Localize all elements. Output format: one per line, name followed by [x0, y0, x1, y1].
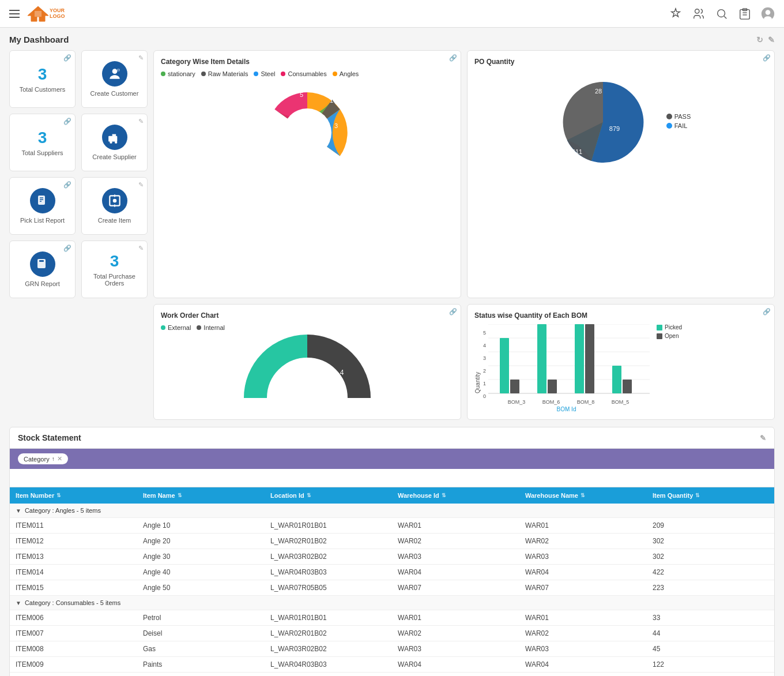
svg-line-4: [724, 16, 726, 18]
bottom-charts-row: Work Order Chart 🔗 External Internal: [9, 304, 775, 420]
svg-point-2: [695, 9, 699, 13]
purchase-orders-number: 3: [110, 252, 119, 271]
legend-rawmaterials: Raw Materials: [201, 70, 248, 77]
topnav-right: [669, 7, 775, 21]
po-dot-pass: [666, 114, 672, 119]
svg-point-27: [112, 199, 116, 203]
td-warehouse-id: WAR03: [392, 641, 519, 656]
avatar[interactable]: [761, 7, 775, 21]
stock-edit-icon[interactable]: ✎: [760, 434, 766, 442]
bom-x-axis-title: BOM Id: [483, 406, 650, 412]
expand-icon-angles[interactable]: ▼: [16, 508, 21, 514]
total-purchase-orders-card[interactable]: ✎ 3 Total Purchase Orders: [81, 241, 148, 298]
td-item-name: Kerosene: [137, 673, 265, 676]
td-quantity: 422: [647, 565, 774, 580]
create-customer-card[interactable]: ✎ Create Customer: [81, 50, 148, 108]
bom-label-open: Open: [665, 333, 679, 339]
close-filter-icon[interactable]: ✕: [57, 455, 62, 463]
create-supplier-card[interactable]: ✎ Create Supplier: [81, 114, 148, 171]
users-icon[interactable]: [692, 7, 706, 21]
th-location-id[interactable]: Location Id ⇅: [265, 487, 392, 504]
logo: YOURLOGO: [27, 5, 65, 22]
create-item-label: Create Item: [98, 217, 131, 224]
expand-icon-consumables[interactable]: ▼: [16, 600, 21, 606]
td-item-name: Angle 10: [137, 518, 265, 533]
td-item-number: ITEM013: [10, 549, 137, 564]
td-warehouse-id: WAR01: [392, 610, 519, 625]
td-warehouse-name: WAR01: [519, 518, 647, 533]
svg-text:4: 4: [340, 369, 344, 377]
category-consumables-label: Category : Consumables - 5 items: [25, 599, 120, 606]
td-quantity: 33: [647, 610, 774, 625]
sort-icon: ↑: [52, 456, 55, 462]
work-order-chart-panel: Work Order Chart 🔗 External Internal: [153, 304, 461, 420]
label-external: External: [168, 324, 191, 331]
svg-point-24: [110, 141, 112, 144]
svg-rect-1: [35, 11, 42, 17]
total-customers-card[interactable]: 🔗 3 Total Customers: [9, 50, 76, 108]
po-label-fail: FAIL: [674, 122, 688, 129]
po-chart-container: 879 411 28 PASS FAIL: [474, 70, 767, 174]
th-warehouse-id[interactable]: Warehouse Id ⇅: [392, 487, 519, 504]
po-label-pass: PASS: [674, 113, 691, 120]
bom-legend-picked: Picked: [657, 324, 682, 331]
bom-label-picked: Picked: [665, 324, 682, 331]
th-item-name[interactable]: Item Name ⇅: [137, 487, 265, 504]
svg-rect-23: [112, 134, 116, 136]
edit-icon[interactable]: ✎: [768, 35, 775, 44]
create-item-card[interactable]: ✎ Create Item: [81, 177, 148, 235]
table-row: ITEM006PetrolL_WAR01R01B01WAR01WAR0133: [10, 610, 774, 626]
menu-button[interactable]: [9, 10, 20, 18]
td-location-id: L_WAR07R05B05: [265, 580, 392, 595]
category-angles-header[interactable]: ▼ Category : Angles - 5 items: [10, 504, 774, 518]
svg-point-18: [112, 69, 117, 74]
work-order-chart: 2 4: [161, 335, 454, 410]
th-item-number[interactable]: Item Number ⇅: [10, 487, 137, 504]
link-icon: 🔗: [449, 54, 457, 62]
notifications-icon[interactable]: [669, 7, 683, 21]
td-warehouse-name: WAR01: [519, 610, 647, 625]
td-item-number: ITEM007: [10, 626, 137, 641]
td-item-number: ITEM014: [10, 565, 137, 580]
th-warehouse-name[interactable]: Warehouse Name ⇅: [519, 487, 647, 504]
grn-report-card[interactable]: 🔗 GRN Report: [9, 241, 76, 298]
td-item-name: Angle 20: [137, 534, 265, 549]
link-icon: 🔗: [63, 118, 71, 125]
pick-list-report-card[interactable]: 🔗 Pick List Report: [9, 177, 76, 235]
link-icon: ✎: [138, 118, 144, 125]
search-icon[interactable]: [715, 7, 729, 21]
td-quantity: 44: [647, 626, 774, 641]
th-item-quantity[interactable]: Item Quantity ⇅: [647, 487, 774, 504]
bom-bars-svg: [488, 324, 650, 399]
svg-text:1: 1: [330, 97, 333, 104]
table-row: ITEM014Angle 40L_WAR04R03B03WAR04WAR0442…: [10, 565, 774, 580]
category-filter-chip[interactable]: Category ↑ ✕: [18, 453, 68, 464]
legend-consumables: Consumables: [281, 70, 326, 77]
svg-text:28: 28: [595, 88, 602, 95]
total-suppliers-card[interactable]: 🔗 3 Total Suppliers: [9, 114, 76, 171]
svg-point-25: [115, 141, 117, 144]
legend-dot-stationary: [161, 72, 165, 76]
category-consumables-header[interactable]: ▼ Category : Consumables - 5 items: [10, 596, 774, 610]
legend-dot-steel: [254, 72, 258, 76]
bom-chart-inner: 0 1 2 3 4 5: [483, 324, 650, 412]
svg-rect-48: [510, 380, 519, 393]
td-location-id: L_WAR03R02B02: [265, 641, 392, 656]
td-item-name: Gas: [137, 641, 265, 656]
svg-rect-51: [575, 324, 584, 393]
td-warehouse-name: WAR04: [519, 565, 647, 580]
svg-rect-54: [623, 380, 632, 393]
link-icon: 🔗: [63, 245, 71, 252]
clipboard-icon[interactable]: [738, 7, 752, 21]
search-bar: [10, 469, 774, 487]
link-icon: ✎: [138, 245, 144, 252]
bom-bars-row: 0 1 2 3 4 5: [483, 324, 650, 399]
dashboard-actions: ↻ ✎: [756, 35, 775, 44]
td-warehouse-id: WAR03: [392, 549, 519, 564]
th-location-id-label: Location Id: [270, 492, 304, 499]
refresh-icon[interactable]: ↻: [756, 35, 763, 44]
svg-rect-22: [108, 136, 117, 142]
po-legend-fail: FAIL: [666, 122, 691, 129]
po-link-icon: 🔗: [763, 54, 771, 62]
bom-x-label-1: BOM_3: [499, 399, 534, 405]
